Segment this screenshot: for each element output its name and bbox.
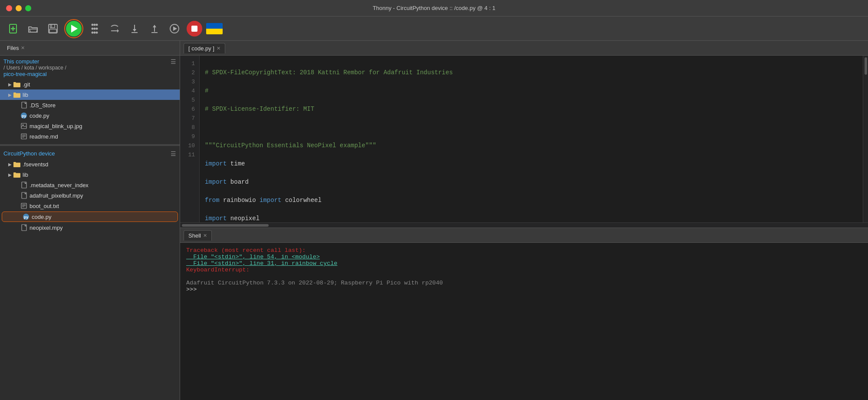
files-tab-label: Files	[7, 45, 19, 51]
step-out-button[interactable]	[146, 20, 163, 37]
toolbar	[0, 17, 868, 41]
circuit-python-section: CircuitPython device	[3, 150, 55, 157]
file-item-readme[interactable]: ▶ readme.md	[0, 131, 180, 142]
file-item-git[interactable]: ▶ .git	[0, 79, 180, 89]
this-computer-menu-icon[interactable]: ☰	[171, 58, 176, 65]
arrow-icon: ▶	[7, 161, 13, 167]
file-name: .fseventsd	[23, 161, 48, 168]
code-tab-label: [ code.py ]	[188, 45, 214, 52]
code-line-7: import board	[205, 178, 858, 187]
save-button[interactable]	[44, 20, 62, 37]
svg-point-15	[96, 31, 98, 33]
file-item-metadata[interactable]: ▶ .metadata_never_index	[0, 180, 180, 190]
shell-content[interactable]: Traceback (most recent call last): File …	[180, 243, 868, 400]
image-file-icon	[20, 123, 28, 129]
code-line-8: from rainbowio import colorwheel	[205, 196, 858, 205]
file-item-fseventsd[interactable]: ▶ .fseventsd	[0, 159, 180, 169]
shell-line-file1: File "<stdin>", line 54, in <module>	[186, 254, 862, 260]
code-tab-close[interactable]: ✕	[217, 46, 220, 51]
resume-button[interactable]	[166, 20, 183, 37]
file-item-lib-computer[interactable]: ▶ lib	[0, 89, 180, 100]
flag-yellow	[206, 29, 223, 34]
file-icon	[20, 225, 28, 231]
file-item-ds-store[interactable]: ▶ .DS_Store	[0, 100, 180, 110]
file-item-boot-out[interactable]: ▶ boot_out.txt	[0, 201, 180, 211]
arrow-icon: ▶	[7, 172, 13, 178]
ukraine-flag-icon	[206, 23, 223, 34]
file-name: code.py	[32, 214, 52, 220]
this-computer-label[interactable]: This computer	[3, 58, 66, 65]
code-line-6: import time	[205, 159, 858, 169]
folder-icon	[13, 92, 21, 98]
code-vscroll[interactable]	[863, 56, 868, 222]
vscroll-thumb[interactable]	[865, 57, 867, 75]
file-panel: This computer / Users / kota / workspace…	[0, 56, 180, 400]
line-num-7: 7	[180, 114, 199, 123]
maximize-button[interactable]	[25, 5, 31, 11]
file-item-code-py-computer[interactable]: ▶ py code.py	[0, 110, 180, 121]
svg-text:py: py	[22, 114, 26, 118]
code-content[interactable]: # SPDX-FileCopyrightText: 2018 Kattni Re…	[200, 56, 863, 222]
run-button[interactable]	[64, 19, 83, 38]
run-icon	[66, 21, 82, 36]
minimize-button[interactable]	[16, 5, 22, 11]
shell-line-file2: File "<stdin>", line 31, in rainbow_cycl…	[186, 260, 862, 267]
shell-tab-label: Shell	[188, 232, 201, 239]
debug-button[interactable]	[86, 20, 103, 37]
code-line-9: import neopixel	[205, 214, 858, 222]
code-tab-bar: [ code.py ] ✕	[180, 41, 868, 56]
file-icon	[20, 102, 28, 108]
close-button[interactable]	[6, 5, 12, 11]
shell-line-prompt[interactable]: >>>	[186, 286, 862, 293]
file-item-lib-device[interactable]: ▶ lib	[0, 169, 180, 180]
line-num-2: 2	[180, 68, 199, 77]
ukraine-flag-button[interactable]	[206, 20, 223, 37]
device-file-tree: ▶ .fseventsd ▶ lib ▶	[0, 158, 180, 234]
stop-button[interactable]	[186, 20, 203, 37]
svg-rect-5	[49, 29, 56, 33]
title-bar: Thonny - CircuitPython device :: /code.p…	[0, 0, 868, 17]
open-button[interactable]	[24, 20, 42, 37]
file-name: code.py	[30, 112, 49, 119]
file-item-jpg[interactable]: ▶ magical_blink_up.jpg	[0, 121, 180, 131]
code-hscroll[interactable]	[180, 222, 868, 228]
flag-blue	[206, 23, 223, 29]
circuit-python-menu-icon[interactable]: ☰	[171, 150, 176, 157]
svg-point-13	[92, 31, 94, 33]
step-out-icon	[149, 23, 160, 34]
svg-text:py: py	[24, 215, 29, 219]
file-name: lib	[23, 92, 28, 98]
shell-line-blank	[186, 273, 862, 280]
pico-tree-label: pico-tree-magical	[3, 71, 66, 77]
play-triangle-icon	[71, 25, 78, 33]
line-num-3: 3	[180, 77, 199, 86]
code-line-3: # SPDX-License-Identifier: MIT	[205, 105, 858, 114]
shell-tab-bar: Shell ✕	[180, 228, 868, 243]
svg-marker-25	[173, 26, 177, 31]
file-name: .git	[23, 81, 30, 88]
stop-icon	[187, 21, 202, 36]
circuit-python-label[interactable]: CircuitPython device	[3, 150, 55, 157]
code-tab[interactable]: [ code.py ] ✕	[184, 43, 225, 53]
files-tab-close[interactable]: ✕	[21, 45, 25, 51]
file-item-pixelbuf[interactable]: ▶ adafruit_pixelbuf.mpy	[0, 190, 180, 201]
files-tab-bar: Files ✕	[0, 41, 180, 56]
step-over-button[interactable]	[106, 20, 123, 37]
file-name: .DS_Store	[30, 102, 56, 109]
shell-tab-close[interactable]: ✕	[203, 233, 207, 238]
new-icon	[7, 23, 19, 35]
shell-tab[interactable]: Shell ✕	[184, 230, 212, 241]
file-item-neopixel[interactable]: ▶ neopixel.mpy	[0, 222, 180, 233]
main-layout: Files ✕ This computer / Users / kota / w…	[0, 41, 868, 400]
resume-icon	[169, 23, 180, 34]
file-item-code-py-device[interactable]: ▶ py code.py	[2, 212, 178, 222]
arrow-icon: ▶	[7, 81, 13, 87]
sidebar: Files ✕ This computer / Users / kota / w…	[0, 41, 180, 400]
svg-rect-4	[50, 24, 55, 28]
svg-rect-35	[22, 182, 26, 188]
new-button[interactable]	[4, 20, 22, 37]
hscroll-thumb[interactable]	[182, 224, 269, 227]
step-into-button[interactable]	[126, 20, 143, 37]
files-tab[interactable]: Files ✕	[3, 43, 28, 53]
this-computer-section: This computer / Users / kota / workspace…	[3, 58, 66, 77]
